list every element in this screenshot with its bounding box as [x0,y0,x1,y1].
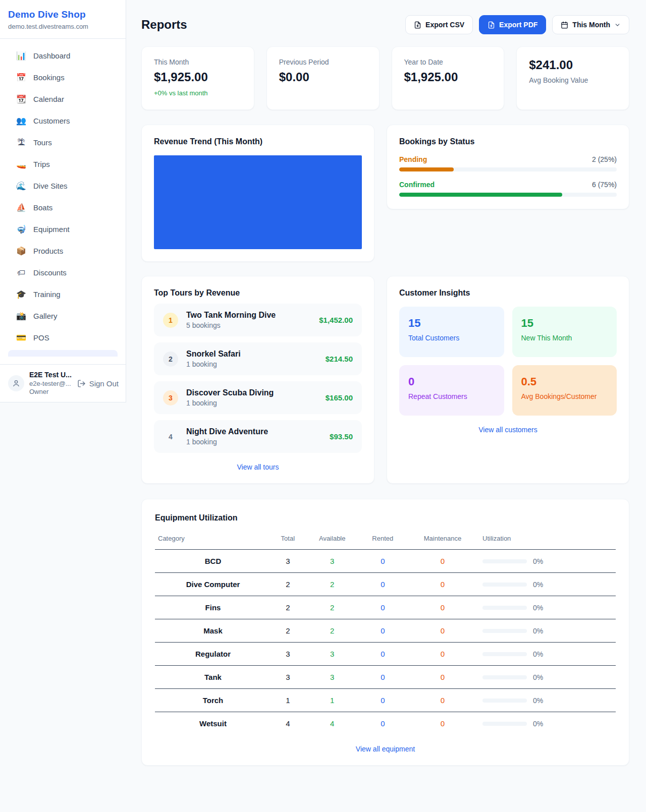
status-label: Confirmed [399,181,435,189]
equipment-utilization-card: Equipment Utilization Category Total Ava… [141,499,629,766]
tile-value: 0 [408,375,495,388]
cell-available: 2 [305,596,360,619]
dashboard-icon: 📊 [16,52,26,60]
user-meta: E2E Test U... e2e-tester@... Owner [29,371,70,396]
cell-category: Tank [155,666,271,689]
tour-bookings: 5 bookings [186,321,311,329]
stats-row: This Month $1,925.00 +0% vs last month P… [141,46,629,110]
tour-bookings: 1 booking [186,399,317,407]
sidebar-item-boats[interactable]: ⛵ Boats [0,197,126,218]
tile-label: Repeat Customers [408,392,495,400]
status-count: 2 (25%) [592,155,617,163]
cell-available: 1 [305,689,360,712]
tour-row[interactable]: 4 Night Dive Adventure 1 booking $93.50 [154,420,362,453]
sidebar-item-bookings[interactable]: 📅 Bookings [0,67,126,88]
sidebar-item-products[interactable]: 📦 Products [0,240,126,262]
top-tours-title: Top Tours by Revenue [154,288,362,298]
rank-badge: 2 [163,352,178,367]
insights-row: Top Tours by Revenue 1 Two Tank Morning … [141,276,629,484]
package-icon: 📦 [16,247,26,255]
sidebar-item-discounts[interactable]: 🏷 Discounts [0,262,126,283]
utilization-pct: 0% [533,581,543,589]
cell-category: BCD [155,550,271,573]
column-header: Maintenance [406,530,479,550]
shop-name: Demo Dive Shop [8,9,118,20]
diving-mask-icon: 🤿 [16,225,26,234]
table-row: Tank 3 3 0 0 0% [155,666,616,689]
sidebar-item-dashboard[interactable]: 📊 Dashboard [0,45,126,67]
export-pdf-button[interactable]: Export PDF [479,15,546,34]
period-dropdown[interactable]: This Month [552,15,629,34]
sidebar-item-reports-partial[interactable] [8,350,118,357]
tile-value: 15 [408,317,495,330]
insight-grid: 15 Total Customers 15 New This Month 0 R… [399,307,617,416]
export-csv-button[interactable]: Export CSV [405,15,473,34]
view-all-customers-link[interactable]: View all customers [399,426,617,434]
calendar-17-icon: 📅 [16,74,26,82]
label-tag-icon: 🏷 [16,269,26,277]
sidebar-item-training[interactable]: 🎓 Training [0,283,126,305]
cell-available: 2 [305,619,360,643]
tile-total-customers: 15 Total Customers [399,307,504,357]
sidebar-item-customers[interactable]: 👥 Customers [0,110,126,132]
status-bar-fill [399,193,562,197]
cell-maintenance: 0 [406,550,479,573]
utilization-bar [482,699,527,703]
sidebar-item-label: Training [33,290,61,299]
utilization-bar [482,583,527,587]
sidebar-item-calendar[interactable]: 📆 Calendar [0,88,126,110]
customer-insights-card: Customer Insights 15 Total Customers 15 … [387,276,629,484]
view-all-tours-link[interactable]: View all tours [154,463,362,471]
sidebar-item-equipment[interactable]: 🤿 Equipment [0,218,126,240]
tour-row[interactable]: 2 Snorkel Safari 1 booking $214.50 [154,342,362,375]
utilization-pct: 0% [533,557,543,565]
sidebar-item-label: Dashboard [33,51,70,60]
cell-category: Fins [155,596,271,619]
cell-category: Dive Computer [155,573,271,596]
tour-name: Discover Scuba Diving [186,388,274,397]
stat-value: $1,925.00 [154,70,242,84]
cell-total: 2 [271,573,305,596]
cell-maintenance: 0 [406,712,479,735]
user-role: Owner [29,388,70,396]
utilization-pct: 0% [533,627,543,635]
utilization-bar [482,606,527,610]
stat-card-this-month: This Month $1,925.00 +0% vs last month [141,46,254,110]
sidebar-item-pos[interactable]: 💳 POS [0,327,126,349]
header-actions: Export CSV Export PDF This Month [405,15,629,34]
utilization-pct: 0% [533,720,543,728]
tour-row[interactable]: 3 Discover Scuba Diving 1 booking $165.0… [154,381,362,414]
sidebar-item-tours[interactable]: 🏝 Tours [0,132,126,153]
stat-label: Avg Booking Value [529,76,617,84]
main-content: Reports Export CSV Export PDF This Month [126,0,646,786]
sailboat-icon: ⛵ [16,204,26,212]
sidebar-item-trips[interactable]: 🚤 Trips [0,153,126,175]
equipment-utilization-title: Equipment Utilization [155,513,616,523]
stat-label: Year to Date [404,58,492,66]
status-row-confirmed: Confirmed 6 (75%) [399,181,617,197]
file-download-icon [414,21,421,29]
sidebar-item-gallery[interactable]: 📸 Gallery [0,305,126,327]
top-tours-card: Top Tours by Revenue 1 Two Tank Morning … [141,276,374,484]
view-all-equipment-link[interactable]: View all equipment [155,745,616,753]
tour-amount: $1,452.00 [319,316,353,324]
revenue-trend-title: Revenue Trend (This Month) [154,137,362,146]
cell-maintenance: 0 [406,573,479,596]
tour-row[interactable]: 1 Two Tank Morning Dive 5 bookings $1,45… [154,304,362,336]
utilization-bar [482,629,527,633]
sidebar-item-label: Discounts [33,268,67,277]
cell-maintenance: 0 [406,689,479,712]
cell-total: 2 [271,619,305,643]
tile-repeat-customers: 0 Repeat Customers [399,365,504,416]
file-download-icon [488,21,495,29]
sidebar-item-label: Boats [33,203,52,212]
page-header: Reports Export CSV Export PDF This Month [141,15,629,34]
cell-rented: 0 [360,619,406,643]
table-row: Dive Computer 2 2 0 0 0% [155,573,616,596]
sidebar-item-label: Products [33,247,63,255]
utilization-bar [482,722,527,726]
status-bar-track [399,193,617,197]
sidebar-item-dive-sites[interactable]: 🌊 Dive Sites [0,175,126,197]
chevron-down-icon [614,22,621,28]
sign-out-button[interactable]: Sign Out [77,379,119,388]
